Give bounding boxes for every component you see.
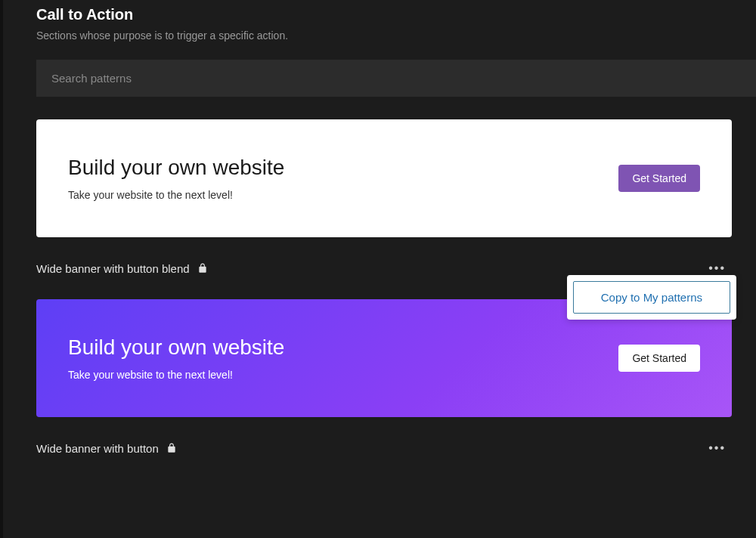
more-options-button[interactable]: ••• [702,438,732,458]
pattern-name: Wide banner with button blend [36,262,190,275]
get-started-button[interactable]: Get Started [618,345,700,372]
lock-icon [197,263,208,274]
options-popover: Copy to My patterns [567,275,736,320]
copy-to-my-patterns-button[interactable]: Copy to My patterns [573,281,730,314]
search-input[interactable] [36,60,756,97]
preview-subtitle: Take your website to the next level! [68,369,284,381]
lock-icon [166,443,177,453]
get-started-button[interactable]: Get Started [618,165,700,192]
page-title: Call to Action [36,6,756,23]
preview-title: Build your own website [68,156,284,180]
page-subtitle: Sections whose purpose is to trigger a s… [36,29,756,42]
pattern-label-row: Wide banner with button ••• [36,438,732,458]
pattern-name: Wide banner with button [36,442,159,455]
pattern-preview-wide-banner-blend[interactable]: Build your own website Take your website… [36,119,732,237]
preview-subtitle: Take your website to the next level! [68,189,284,201]
preview-title: Build your own website [68,335,284,360]
left-edge-bar [0,0,3,538]
